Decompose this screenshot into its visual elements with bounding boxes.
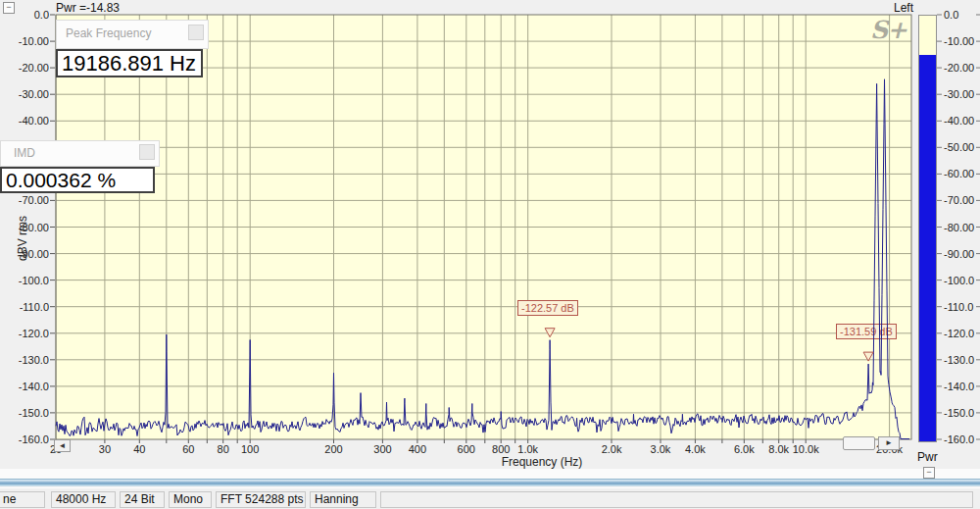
- status-cell: 48000 Hz: [51, 491, 116, 508]
- y-tick-label: -100.0: [8, 275, 49, 286]
- status-cell: Mono: [169, 491, 212, 508]
- meter-tick-label: -110.0: [944, 301, 973, 313]
- status-bar: ne48000 Hz24 BitMonoFFT 524288 ptsHannin…: [0, 487, 980, 509]
- peak-annotation-label: -122.57 dB: [517, 300, 578, 316]
- peak-frequency-title: Peak Frequency: [66, 26, 151, 40]
- meter-tick-label: -160.0: [944, 433, 974, 445]
- imd-panel[interactable]: IMD: [0, 140, 160, 167]
- meter-tick-label: -30.00: [944, 88, 974, 100]
- x-tick-label: 40: [133, 443, 145, 455]
- y-tick-label: -160.0: [8, 433, 49, 445]
- collapsed-pane-splitter[interactable]: [0, 479, 980, 486]
- x-tick-label: 100: [241, 443, 259, 455]
- meter-tick-label: -90.00: [944, 248, 974, 260]
- spectraplus-logo-icon: S+: [870, 16, 906, 44]
- meter-tick-label: 0.0: [944, 9, 958, 21]
- status-cell: [380, 491, 973, 508]
- meter-tick-label: -10.00: [944, 35, 974, 47]
- y-tick-label: -80.00: [8, 222, 49, 233]
- x-tick-label: 8.0k: [768, 443, 789, 455]
- plot-area[interactable]: [56, 15, 911, 439]
- meter-tick-label: -130.0: [944, 354, 974, 366]
- status-cell: ne: [0, 491, 45, 508]
- y-tick-label: -30.00: [8, 88, 49, 100]
- scroll-right-button[interactable]: ►: [878, 436, 900, 450]
- status-cell: FFT 524288 pts: [216, 491, 306, 508]
- x-tick-label: 80: [218, 443, 229, 455]
- y-tick-label: -120.0: [8, 328, 49, 339]
- y-tick-label: -110.0: [8, 301, 49, 313]
- status-cell: 24 Bit: [120, 491, 165, 508]
- peak-frequency-value: 19186.891 Hz: [56, 49, 203, 77]
- imd-title: IMD: [14, 146, 35, 160]
- x-tick-label: 30: [99, 443, 111, 455]
- x-axis-title: Frequency (Hz): [434, 455, 650, 469]
- y-tick-label: -40.00: [8, 115, 49, 127]
- x-tick-label: 6.0k: [734, 443, 755, 455]
- peak-annotation-label: -131.59 dB: [836, 324, 897, 339]
- x-tick-label: 3.0k: [651, 443, 671, 455]
- power-meter-bar: [918, 15, 937, 442]
- power-meter-level: [919, 55, 936, 441]
- panel-divider: [0, 469, 980, 479]
- x-tick-label: 300: [373, 443, 391, 455]
- meter-tick-label: -150.0: [944, 407, 974, 419]
- x-tick-label: 200: [324, 443, 342, 455]
- x-tick-label: 800: [492, 443, 510, 455]
- minimize-pane-icon[interactable]: −: [3, 2, 15, 14]
- panel-close-icon[interactable]: [188, 25, 204, 40]
- y-tick-label: -130.0: [8, 354, 49, 366]
- y-tick-label: -10.00: [8, 35, 49, 47]
- power-meter-label: Pwr: [917, 450, 941, 464]
- x-tick-label: 60: [182, 443, 194, 455]
- x-tick-label: 2.0k: [602, 443, 622, 455]
- y-tick-label: -140.0: [8, 381, 49, 392]
- y-tick-label: -20.00: [8, 62, 49, 74]
- meter-tick-label: -70.00: [944, 194, 974, 206]
- panel-close-icon[interactable]: [139, 144, 155, 160]
- channel-label: Left: [882, 1, 913, 15]
- meter-tick-label: -40.00: [944, 115, 974, 127]
- imd-value: 0.000362 %: [0, 167, 155, 193]
- x-tick-label: 10.0k: [793, 443, 819, 455]
- meter-tick-label: -50.00: [944, 141, 974, 153]
- y-tick-label: -90.00: [8, 248, 49, 260]
- meter-tick-label: -80.00: [944, 222, 974, 233]
- meter-tick-label: -120.0: [944, 328, 974, 339]
- y-tick-label: -70.00: [8, 194, 49, 206]
- x-tick-label: 1.0k: [517, 443, 538, 455]
- minimize-meter-icon[interactable]: −: [923, 467, 935, 479]
- meter-tick-label: -140.0: [944, 381, 974, 392]
- spectrum-analyzer-window: − Pwr =-14.83 Left S+ -122.57 dB -131.59…: [0, 0, 980, 509]
- peak-frequency-panel[interactable]: Peak Frequency: [56, 20, 209, 49]
- meter-tick-label: -60.00: [944, 168, 974, 179]
- status-cell: Hanning: [310, 491, 376, 508]
- y-tick-label: -150.0: [8, 407, 49, 419]
- scroll-left-button[interactable]: ◄: [54, 439, 71, 452]
- x-tick-label: 4.0k: [685, 443, 706, 455]
- x-tick-label: 600: [458, 443, 475, 455]
- meter-tick-label: -100.0: [944, 275, 974, 286]
- meter-tick-label: -20.00: [944, 62, 974, 74]
- scrollbar-thumb[interactable]: [843, 436, 875, 450]
- x-tick-label: 400: [409, 443, 426, 455]
- power-readout: Pwr =-14.83: [56, 1, 120, 15]
